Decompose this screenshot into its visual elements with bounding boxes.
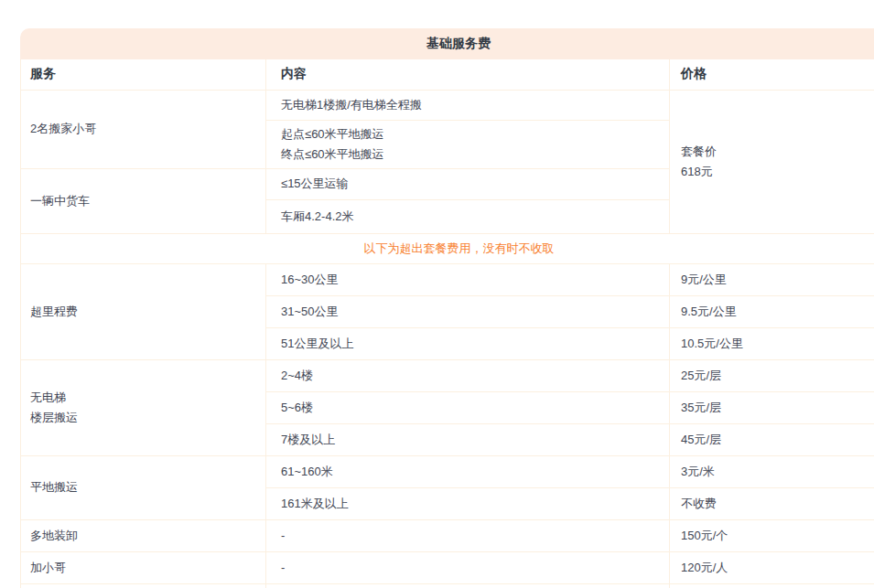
content-cell: [266, 583, 670, 588]
service-line: 无电梯: [30, 388, 256, 408]
content-cell: 51公里及以上: [266, 327, 670, 359]
price-cell: 150元/个: [670, 519, 874, 551]
content-cell: 161米及以上: [266, 487, 670, 519]
price-cell: 10.5元/公里: [670, 327, 874, 359]
table-row: 加小哥 - 120元/人: [21, 551, 874, 583]
column-header-row: 服务 内容 价格: [21, 59, 874, 90]
table-row: 2名搬家小哥 无电梯1楼搬/有电梯全程搬 套餐价 618元: [21, 90, 874, 120]
note-row: 以下为超出套餐费用，没有时不收取: [21, 233, 874, 263]
service-cell: 超里程费: [21, 263, 266, 359]
table-row: 平地搬运 61~160米 3元/米: [21, 455, 874, 487]
content-cell: 2~4楼: [266, 359, 670, 391]
table-row: 无电梯 楼层搬运 2~4楼 25元/层: [21, 359, 874, 391]
service-line: 楼层搬运: [30, 408, 256, 428]
price-cell: 不收费: [670, 487, 874, 519]
content-cell: 7楼及以上: [266, 423, 670, 455]
content-cell: 车厢4.2-4.2米: [266, 199, 670, 233]
package-price-value: 618元: [681, 162, 874, 182]
content-cell: 无电梯1楼搬/有电梯全程搬: [266, 90, 670, 120]
package-price-cell: 套餐价 618元: [670, 90, 874, 233]
col-header-price: 价格: [670, 59, 874, 90]
service-cell: 多地装卸: [21, 519, 266, 551]
price-cell: 25元/层: [670, 359, 874, 391]
content-cell: 起点≤60米平地搬运 终点≤60米平地搬运: [266, 120, 670, 168]
price-cell: [670, 583, 874, 588]
card-title: 基础服务费: [20, 28, 874, 59]
table-row: 多地装卸 - 150元/个: [21, 519, 874, 551]
price-cell: 9.5元/公里: [670, 295, 874, 327]
content-cell: ≤15公里运输: [266, 168, 670, 199]
service-cell: 2名搬家小哥: [21, 90, 266, 168]
service-cell: 一辆中货车: [21, 168, 266, 233]
service-cell: [21, 583, 266, 588]
content-cell: -: [266, 551, 670, 583]
price-cell: 120元/人: [670, 551, 874, 583]
content-cell: 16~30公里: [266, 263, 670, 295]
content-line: 起点≤60米平地搬运: [281, 124, 654, 144]
col-header-content: 内容: [266, 59, 670, 90]
price-cell: 3元/米: [670, 455, 874, 487]
price-cell: 35元/层: [670, 391, 874, 423]
price-cell: 45元/层: [670, 423, 874, 455]
price-cell: 9元/公里: [670, 263, 874, 295]
service-cell: 加小哥: [21, 551, 266, 583]
pricing-card: 基础服务费 服务 内容 价格 2名搬家小哥 无电梯1楼搬/有电梯全程搬 套餐价 …: [20, 28, 874, 588]
package-price-label: 套餐价: [681, 142, 874, 162]
service-cell: 无电梯 楼层搬运: [21, 359, 266, 455]
content-cell: 5~6楼: [266, 391, 670, 423]
service-cell: 平地搬运: [21, 455, 266, 519]
pricing-table: 服务 内容 价格 2名搬家小哥 无电梯1楼搬/有电梯全程搬 套餐价 618元 起…: [20, 59, 874, 588]
content-cell: -: [266, 519, 670, 551]
content-cell: 61~160米: [266, 455, 670, 487]
content-line: 终点≤60米平地搬运: [281, 144, 654, 165]
table-row: [21, 583, 874, 588]
note-text: 以下为超出套餐费用，没有时不收取: [21, 233, 874, 263]
content-cell: 31~50公里: [266, 295, 670, 327]
col-header-service: 服务: [21, 59, 266, 90]
table-row: 超里程费 16~30公里 9元/公里: [21, 263, 874, 295]
